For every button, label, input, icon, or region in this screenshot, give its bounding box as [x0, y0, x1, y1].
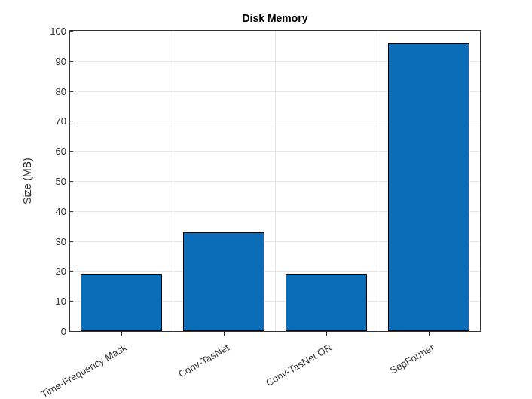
gridline-v: [173, 31, 173, 331]
ytick-mark: [69, 181, 73, 182]
figure: Disk Memory Size (MB) 010203040506070809…: [0, 0, 532, 399]
ytick-mark: [69, 211, 73, 212]
ytick-mark: [69, 331, 73, 332]
ytick-label: 50: [36, 176, 66, 187]
ytick-mark: [69, 301, 73, 302]
xtick-mark: [121, 332, 122, 336]
ytick-label: 10: [36, 296, 66, 307]
bar: [81, 274, 163, 331]
bar: [388, 43, 470, 331]
ytick-label: 0: [36, 326, 66, 337]
ytick-label: 20: [36, 265, 66, 277]
ytick-mark: [69, 151, 73, 152]
ytick-mark: [69, 91, 73, 92]
xtick-label: Time-Frequency Mask: [0, 342, 129, 399]
gridline-v: [378, 31, 378, 331]
ytick-label: 80: [36, 85, 66, 97]
ytick-mark: [69, 271, 73, 272]
axes-area: [69, 30, 481, 332]
bar: [183, 232, 265, 331]
gridline-v: [275, 31, 276, 331]
ytick-label: 70: [36, 115, 66, 127]
ytick-mark: [69, 121, 73, 121]
ytick-label: 90: [36, 55, 66, 66]
xtick-mark: [326, 332, 327, 336]
bar: [286, 274, 368, 331]
ytick-label: 30: [36, 235, 66, 247]
y-axis-label: Size (MB): [21, 158, 33, 204]
xtick-mark: [224, 332, 225, 336]
xtick-mark: [429, 332, 430, 336]
chart-title: Disk Memory: [69, 12, 481, 24]
ytick-mark: [69, 61, 73, 62]
ytick-mark: [69, 241, 73, 242]
ytick-mark: [69, 31, 73, 32]
ytick-label: 40: [36, 205, 66, 216]
ytick-label: 100: [36, 26, 66, 37]
ytick-label: 60: [36, 146, 66, 157]
